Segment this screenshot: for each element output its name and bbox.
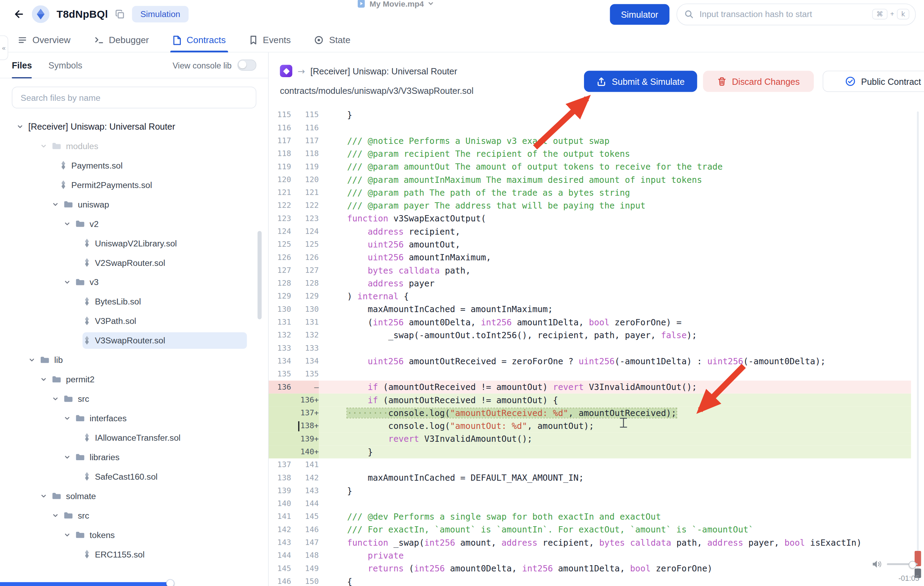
code-line[interactable]: 134134 uint256 amountOutReceived = zeroF… xyxy=(269,355,911,368)
volume-slider[interactable] xyxy=(887,563,917,565)
code-line[interactable]: 139+ revert V3InvalidAmountOut(); xyxy=(269,432,911,445)
code-line[interactable]: 137+········console.log("amountOutReceiv… xyxy=(269,407,911,419)
volume-control[interactable] xyxy=(872,560,918,568)
code-line[interactable]: 137141 xyxy=(269,459,911,471)
tree-item-v3[interactable]: v3 xyxy=(0,272,268,292)
tree-item-iallowancetransfer-sol[interactable]: IAllowanceTransfer.sol xyxy=(0,428,268,447)
chevron-down-icon[interactable] xyxy=(40,142,47,149)
editor-scrollbar[interactable] xyxy=(917,111,919,579)
tab-debugger[interactable]: Debugger xyxy=(94,28,149,52)
simulator-button[interactable]: Simulator xyxy=(610,4,670,24)
tree-item-interfaces[interactable]: interfaces xyxy=(0,408,268,428)
code-line[interactable]: 140144 xyxy=(269,497,911,510)
sidebar-scrollbar[interactable] xyxy=(257,231,262,319)
code-line[interactable]: 135135 xyxy=(269,368,911,381)
video-progress-bar[interactable] xyxy=(0,582,170,586)
code-line[interactable]: 115115} xyxy=(269,109,911,121)
code-line[interactable]: 129129) internal { xyxy=(269,290,911,303)
sidebar-collapse-handle[interactable]: « xyxy=(0,35,8,60)
chevron-down-icon[interactable] xyxy=(52,201,59,208)
discard-changes-button[interactable]: Discard Changes xyxy=(703,71,814,92)
tab-symbols[interactable]: Symbols xyxy=(48,53,82,78)
chevron-down-icon[interactable] xyxy=(64,453,71,460)
tab-contracts[interactable]: Contracts xyxy=(172,28,226,52)
tree-item-src[interactable]: src xyxy=(0,505,268,525)
code-line[interactable]: 142146/// For exactIn, `amount` is `amou… xyxy=(269,523,911,536)
tab-events[interactable]: Events xyxy=(249,28,290,52)
submit-simulate-button[interactable]: Submit & Simulate xyxy=(584,71,697,92)
chevron-down-icon[interactable] xyxy=(64,531,71,538)
code-line[interactable]: 145149 returns (int256 amount0Delta, int… xyxy=(269,562,911,575)
tab-files[interactable]: Files xyxy=(12,53,32,78)
code-editor[interactable]: 115115}116116117117/// @notice Performs … xyxy=(269,109,911,586)
code-line[interactable]: 133133 xyxy=(269,342,911,355)
code-line[interactable]: 121121/// @param path The path of the tr… xyxy=(269,186,911,199)
code-line[interactable]: 136+ if (amountOutReceived != amountOut)… xyxy=(269,393,911,406)
code-line[interactable]: 130130 maxAmountInCached = amountInMaxim… xyxy=(269,303,911,315)
code-line[interactable]: 138142 maxAmountInCached = DEFAULT_MAX_A… xyxy=(269,471,911,484)
tree-item-uniswap[interactable]: uniswap xyxy=(0,194,268,214)
code-line[interactable]: 136— if (amountOutReceived != amountOut)… xyxy=(269,381,911,393)
tree-item-tokens[interactable]: tokens xyxy=(0,525,268,544)
tree-item-modules[interactable]: modules xyxy=(0,136,268,156)
volume-knob[interactable] xyxy=(909,561,916,569)
code-line[interactable]: 119119/// @param amountOut The amount of… xyxy=(269,160,911,173)
public-contract-button[interactable]: Public Contract xyxy=(822,71,924,92)
tab-state[interactable]: State xyxy=(314,28,350,52)
tree-item-safecast160-sol[interactable]: SafeCast160.sol xyxy=(0,467,268,486)
code-line[interactable]: 139143} xyxy=(269,484,911,497)
tree-item-payments-sol[interactable]: Payments.sol xyxy=(0,156,268,175)
code-line[interactable]: 118118/// @param recipient The recipient… xyxy=(269,147,911,160)
tree-item-uniswapv2library-sol[interactable]: UniswapV2Library.sol xyxy=(0,233,268,253)
tx-search[interactable]: ⌘ + k xyxy=(676,3,916,25)
code-line[interactable]: 131131 (int256 amount0Delta, int256 amou… xyxy=(269,316,911,329)
code-line[interactable]: 141145/// @dev Performs a single swap fo… xyxy=(269,510,911,523)
code-line[interactable]: 132132 _swap(-amountOut.toInt256(), reci… xyxy=(269,329,911,342)
tx-search-input[interactable] xyxy=(698,9,868,20)
tree-item-erc1155-sol[interactable]: ERC1155.sol xyxy=(0,544,268,564)
chevron-down-icon[interactable] xyxy=(64,220,71,227)
video-progress-knob[interactable] xyxy=(166,579,175,586)
code-line[interactable]: 138+ console.log("amountOut: %d", amount… xyxy=(269,419,911,432)
tree-item-libraries[interactable]: libraries xyxy=(0,447,268,467)
chevron-down-icon[interactable] xyxy=(64,414,71,422)
tree-item-byteslib-sol[interactable]: BytesLib.sol xyxy=(0,292,268,311)
code-line[interactable]: 116116 xyxy=(269,121,911,134)
chevron-down-icon[interactable] xyxy=(40,492,47,499)
back-arrow-icon[interactable] xyxy=(13,8,25,20)
code-line[interactable]: 140+ } xyxy=(269,446,911,459)
tree-item-v2[interactable]: v2 xyxy=(0,214,268,233)
code-line[interactable]: 144148 private xyxy=(269,549,911,562)
code-line[interactable]: 122122/// @param payer The address that … xyxy=(269,199,911,212)
chevron-down-icon[interactable] xyxy=(52,395,59,402)
copy-icon[interactable] xyxy=(115,9,125,19)
code-line[interactable]: 126126 uint256 amountInMaximum, xyxy=(269,251,911,264)
code-line[interactable]: 124124 address recipient, xyxy=(269,225,911,238)
chevron-down-icon[interactable] xyxy=(64,278,71,286)
code-line[interactable]: 143147function _swap(int256 amount, addr… xyxy=(269,536,911,549)
tree-item-solmate[interactable]: solmate xyxy=(0,486,268,506)
file-search[interactable] xyxy=(12,87,257,109)
code-line[interactable]: 146150{ xyxy=(269,575,911,586)
tree-item-receiver-uniswap-universal-router[interactable]: [Receiver] Uniswap: Universal Router xyxy=(0,117,268,136)
code-line[interactable]: 117117/// @notice Performs a Uniswap v3 … xyxy=(269,135,911,147)
chevron-down-icon[interactable] xyxy=(16,123,23,130)
tree-item-permit2[interactable]: permit2 xyxy=(0,370,268,389)
code-line[interactable]: 127127 bytes calldata path, xyxy=(269,264,911,277)
chevron-down-icon[interactable] xyxy=(40,376,47,383)
tree-item-v3path-sol[interactable]: V3Path.sol xyxy=(0,311,268,330)
code-line[interactable]: 125125 uint256 amountOut, xyxy=(269,238,911,251)
chevron-down-icon[interactable] xyxy=(428,1,434,7)
code-line[interactable]: 123123function v3SwapExactOutput( xyxy=(269,212,911,225)
tree-item-v3swaprouter-sol[interactable]: V3SwapRouter.sol xyxy=(0,330,268,350)
chevron-down-icon[interactable] xyxy=(28,356,35,363)
console-lib-toggle[interactable] xyxy=(238,59,256,71)
chevron-down-icon[interactable] xyxy=(52,512,59,518)
tree-item-lib[interactable]: lib xyxy=(0,350,268,370)
tree-item-permit2payments-sol[interactable]: Permit2Payments.sol xyxy=(0,175,268,194)
file-search-input[interactable] xyxy=(20,92,249,103)
tab-overview[interactable]: Overview xyxy=(18,28,71,52)
code-line[interactable]: 120120/// @param amountInMaximum The max… xyxy=(269,173,911,186)
code-line[interactable]: 128128 address payer xyxy=(269,277,911,290)
tree-item-src[interactable]: src xyxy=(0,389,268,408)
